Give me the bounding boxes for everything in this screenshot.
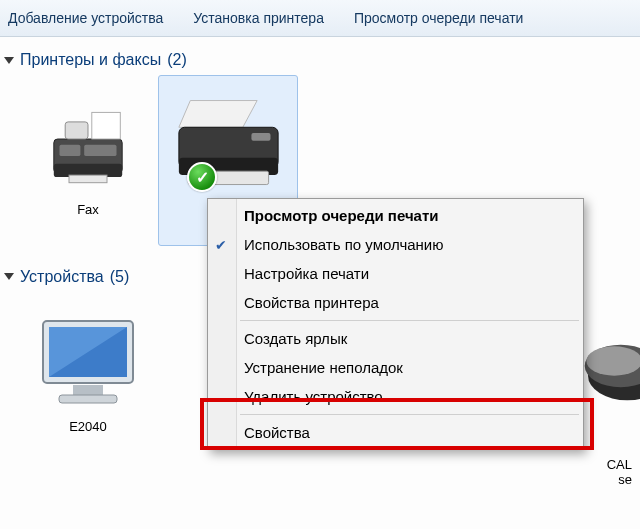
svg-rect-4	[92, 112, 121, 139]
menu-properties[interactable]: Свойства	[208, 418, 583, 447]
section-devices-title: Устройства	[20, 268, 104, 286]
toolbar-view-queue[interactable]: Просмотр очереди печати	[354, 10, 523, 26]
context-menu: Просмотр очереди печати ✔ Использовать п…	[207, 198, 584, 450]
menu-view-queue[interactable]: Просмотр очереди печати	[208, 201, 583, 230]
menu-troubleshoot[interactable]: Устранение неполадок	[208, 353, 583, 382]
svg-marker-7	[178, 101, 256, 128]
toolbar-add-device[interactable]: Добавление устройства	[8, 10, 163, 26]
section-printers-title: Принтеры и факсы	[20, 51, 161, 69]
svg-rect-5	[65, 122, 88, 139]
device-monitor[interactable]: E2040	[18, 292, 158, 446]
svg-point-19	[586, 346, 640, 375]
menu-set-default[interactable]: ✔ Использовать по умолчанию	[208, 230, 583, 259]
device-mouse-label: CAL se	[607, 457, 632, 487]
svg-rect-15	[73, 385, 103, 395]
svg-rect-6	[69, 175, 107, 183]
toolbar: Добавление устройства Установка принтера…	[0, 0, 640, 37]
svg-rect-16	[59, 395, 117, 403]
device-monitor-label: E2040	[23, 419, 153, 435]
svg-rect-2	[84, 145, 116, 156]
svg-rect-10	[251, 133, 270, 141]
menu-create-shortcut[interactable]: Создать ярлык	[208, 324, 583, 353]
chevron-down-icon	[4, 273, 14, 280]
device-fax[interactable]: Fax	[18, 75, 158, 229]
menu-separator	[240, 320, 579, 321]
menu-set-default-label: Использовать по умолчанию	[244, 236, 443, 253]
fax-icon	[23, 86, 153, 196]
monitor-icon	[23, 303, 153, 413]
printer-icon: ✓	[163, 86, 293, 196]
svg-rect-3	[60, 145, 81, 156]
section-printers-header[interactable]: Принтеры и факсы (2)	[0, 37, 640, 75]
section-printers-count: (2)	[167, 51, 187, 69]
default-check-icon: ✓	[187, 162, 217, 192]
chevron-down-icon	[4, 57, 14, 64]
menu-print-settings[interactable]: Настройка печати	[208, 259, 583, 288]
menu-printer-properties[interactable]: Свойства принтера	[208, 288, 583, 317]
check-icon: ✔	[215, 237, 227, 253]
menu-separator	[240, 414, 579, 415]
section-devices-count: (5)	[110, 268, 130, 286]
device-fax-label: Fax	[23, 202, 153, 218]
menu-remove-device[interactable]: Удалить устройство	[208, 382, 583, 411]
toolbar-install-printer[interactable]: Установка принтера	[193, 10, 324, 26]
